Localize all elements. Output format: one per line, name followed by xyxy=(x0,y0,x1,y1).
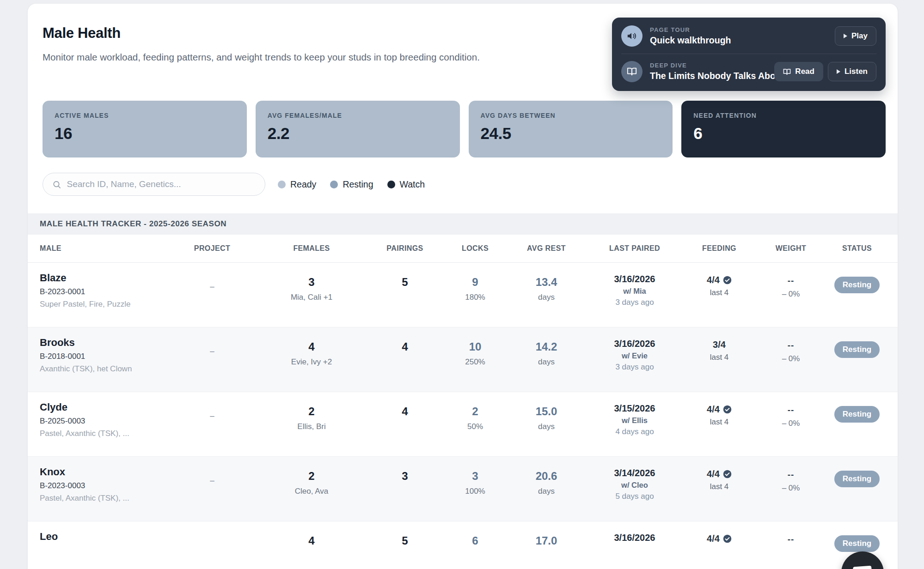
stat-label: ACTIVE MALES xyxy=(55,112,235,119)
stat-label: NEED ATTENTION xyxy=(693,112,874,119)
male-name: Knox xyxy=(40,466,169,478)
listen-button[interactable]: Listen xyxy=(828,62,876,81)
pairings-cell: 5 xyxy=(368,531,442,547)
status-legend: Ready Resting Watch xyxy=(278,179,425,190)
search-box[interactable] xyxy=(43,173,265,196)
avg-rest-cell: 14.2 days xyxy=(508,337,584,367)
legend-dot-icon xyxy=(278,181,286,188)
page-tour-row: PAGE TOUR Quick walkthrough Play xyxy=(621,25,876,47)
status-badge: Resting xyxy=(834,277,880,293)
table-header-row: MALEPROJECTFEMALESPAIRINGSLOCKSAVG RESTL… xyxy=(28,235,898,263)
legend-dot-icon xyxy=(387,181,395,188)
page-tour-title: Quick walkthrough xyxy=(650,35,827,46)
locks-cell: 9 180% xyxy=(442,272,508,302)
status-cell: Resting xyxy=(828,531,886,552)
females-cell: 3 Mia, Cali +1 xyxy=(255,272,368,302)
legend-label: Watch xyxy=(400,179,425,190)
last-paired-cell: 3/16/2026 xyxy=(584,531,685,543)
check-circle-icon xyxy=(723,276,732,284)
column-header-status: STATUS xyxy=(828,244,886,253)
tracker-title: MALE HEALTH TRACKER - 2025-2026 SEASON xyxy=(40,219,886,229)
male-id: B-2025-0003 xyxy=(40,417,169,426)
male-health-tracker: MALE HEALTH TRACKER - 2025-2026 SEASON M… xyxy=(28,213,898,569)
pairings-cell: 4 xyxy=(368,401,442,418)
column-header-females: FEMALES xyxy=(255,244,368,253)
legend-item: Resting xyxy=(330,179,373,190)
table-row-knox[interactable]: Knox B-2023-0003 Pastel, Axanthic (TSK),… xyxy=(28,457,898,521)
column-header-weight: WEIGHT xyxy=(753,244,828,253)
pairings-cell: 4 xyxy=(368,337,442,353)
male-name: Clyde xyxy=(40,401,169,413)
table-row-blaze[interactable]: Blaze B-2023-0001 Super Pastel, Fire, Pu… xyxy=(28,263,898,327)
male-id: B-2023-0001 xyxy=(40,287,169,297)
weight-cell: -- – 0% xyxy=(753,401,828,428)
column-header-avg-rest: AVG REST xyxy=(508,244,584,253)
status-cell: Resting xyxy=(828,466,886,487)
male-id: B-2018-0001 xyxy=(40,352,169,361)
avg-rest-cell: 13.4 days xyxy=(508,272,584,302)
locks-cell: 10 250% xyxy=(442,337,508,367)
status-cell: Resting xyxy=(828,337,886,358)
page-tour-kicker: PAGE TOUR xyxy=(650,26,827,33)
male-cell: Knox B-2023-0003 Pastel, Axanthic (TSK),… xyxy=(40,466,169,503)
feeding-cell: 4/4 last 4 xyxy=(685,401,753,427)
locks-cell: 2 50% xyxy=(442,401,508,431)
stat-label: AVG FEMALES/MALE xyxy=(268,112,448,119)
stat-card-active-males: ACTIVE MALES 16 xyxy=(43,101,247,157)
avg-rest-cell: 20.6 days xyxy=(508,466,584,496)
stat-card-avg-days-between: AVG DAYS BETWEEN 24.5 xyxy=(469,101,673,157)
pairings-cell: 3 xyxy=(368,466,442,483)
last-paired-cell: 3/15/2026 w/ Ellis 4 days ago xyxy=(584,401,685,436)
male-name: Brooks xyxy=(40,337,169,349)
stat-label: AVG DAYS BETWEEN xyxy=(481,112,661,119)
male-genetics: Super Pastel, Fire, Puzzle xyxy=(40,300,169,309)
read-button[interactable]: Read xyxy=(774,62,823,81)
weight-cell: -- – 0% xyxy=(753,466,828,493)
avg-rest-cell: 17.0 xyxy=(508,531,584,547)
females-cell: 4 Evie, Ivy +2 xyxy=(255,337,368,367)
search-icon xyxy=(52,180,61,189)
column-header-locks: LOCKS xyxy=(442,244,508,253)
legend-item: Ready xyxy=(278,179,316,190)
male-genetics: Pastel, Axanthic (TSK), ... xyxy=(40,429,169,438)
male-cell: Blaze B-2023-0001 Super Pastel, Fire, Pu… xyxy=(40,272,169,309)
pairings-cell: 5 xyxy=(368,272,442,289)
male-cell: Brooks B-2018-0001 Axanthic (TSK), het C… xyxy=(40,337,169,374)
project-cell: – xyxy=(169,466,255,485)
deep-dive-kicker: DEEP DIVE xyxy=(650,62,767,69)
page-tour-card: PAGE TOUR Quick walkthrough Play DEEP DI… xyxy=(612,18,886,91)
legend-item: Watch xyxy=(387,179,425,190)
column-header-last-paired: LAST PAIRED xyxy=(584,244,685,253)
table-row-leo[interactable]: Leo 4 5 6 17.0 3/16/20 xyxy=(28,521,898,569)
play-button[interactable]: Play xyxy=(835,26,876,46)
status-badge: Resting xyxy=(834,535,880,552)
check-circle-icon xyxy=(723,534,732,543)
stat-value: 2.2 xyxy=(268,124,448,143)
project-cell: – xyxy=(169,401,255,421)
weight-cell: -- – 0% xyxy=(753,272,828,299)
stat-value: 16 xyxy=(55,124,235,143)
table-row-clyde[interactable]: Clyde B-2025-0003 Pastel, Axanthic (TSK)… xyxy=(28,392,898,457)
male-cell: Clyde B-2025-0003 Pastel, Axanthic (TSK)… xyxy=(40,401,169,438)
stat-cards: ACTIVE MALES 16 AVG FEMALES/MALE 2.2 AVG… xyxy=(28,101,898,157)
play-icon xyxy=(844,34,847,38)
filter-row: Ready Resting Watch xyxy=(43,173,883,196)
male-cell: Leo xyxy=(40,531,169,543)
feeding-cell: 4/4 last 4 xyxy=(685,466,753,491)
listen-play-icon xyxy=(837,69,840,74)
legend-dot-icon xyxy=(330,181,338,188)
stat-value: 24.5 xyxy=(481,124,661,143)
stat-card-need-attention: NEED ATTENTION 6 xyxy=(681,101,886,157)
table-row-brooks[interactable]: Brooks B-2018-0001 Axanthic (TSK), het C… xyxy=(28,327,898,392)
read-book-icon xyxy=(783,68,791,76)
male-name: Leo xyxy=(40,531,169,543)
male-id: B-2023-0003 xyxy=(40,481,169,490)
feeding-cell: 4/4 last 4 xyxy=(685,272,753,297)
male-name: Blaze xyxy=(40,272,169,284)
avg-rest-cell: 15.0 days xyxy=(508,401,584,431)
search-input[interactable] xyxy=(67,179,256,189)
project-cell: – xyxy=(169,272,255,291)
weight-cell: -- xyxy=(753,531,828,545)
status-cell: Resting xyxy=(828,272,886,293)
project-cell: – xyxy=(169,337,255,356)
